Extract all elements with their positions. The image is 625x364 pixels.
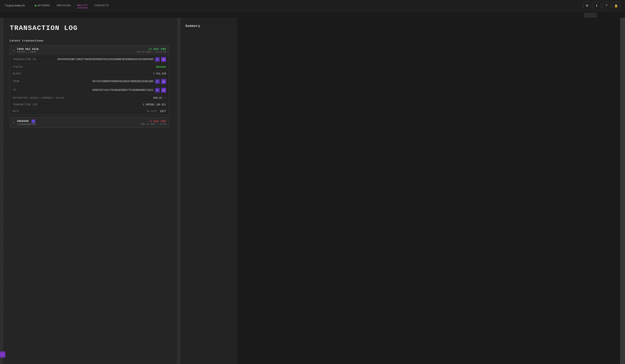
detail-row-fee: TRANSACTION FEE 1 SMIDGE ($0.03) xyxy=(13,101,166,108)
detail-row-estimated: ESTIMATED LEGACY CURRNECY VALUE $30.03 ▾ xyxy=(13,95,166,101)
fee-label: TRANSACTION FEE xyxy=(13,103,57,106)
transaction-sender-addr: 0X17AF....8AE0 xyxy=(17,51,134,53)
right-border-decoration xyxy=(177,18,180,364)
status-value: SUCCESS xyxy=(57,66,166,68)
transaction-header[interactable]: › FROM MAX PAIN 0X17AF....8AE0 +3.002 SM… xyxy=(10,46,169,55)
detail-row-note: NOTE NO NOTE EDIT xyxy=(13,108,166,115)
transaction-detail: TRANSACTION ID 0XF9455615BC710ED778A3E03… xyxy=(10,55,169,115)
section-subtitle: Latest transactions xyxy=(10,39,169,42)
copy-from-icon[interactable]: ⎘ xyxy=(155,79,159,84)
transaction-from: FROM MAX PAIN 0X17AF....8AE0 xyxy=(17,48,134,53)
collapse-panel-button[interactable]: ‹ xyxy=(0,351,5,358)
expand-arrow-icon: › xyxy=(13,49,15,52)
from-value: 0X71FF23DB987D9985F032A92F30D82DE1CEAE1D… xyxy=(57,79,166,84)
pixel-decoration xyxy=(584,13,597,17)
nav-network[interactable]: NETWORK xyxy=(35,3,50,8)
left-border-decoration xyxy=(0,18,3,364)
transaction-panel: TRANSACTION LOG -- Latest transactions ›… xyxy=(3,18,177,364)
note-text: NO NOTE xyxy=(147,110,157,113)
transaction-item-2: ‹ UNKNOWN 👤 172348ASDF7293 -3.002 SMC AP… xyxy=(10,117,169,128)
app-logo: ⌥spacemesh xyxy=(5,4,25,7)
to-label: TO xyxy=(13,89,57,91)
copy-to-icon[interactable]: ⎘ xyxy=(155,88,159,92)
transaction-amount: +3.002 SMH xyxy=(137,48,166,51)
stack-to-icon[interactable]: ⊞ xyxy=(161,88,166,93)
nav-wallet[interactable]: WALLET xyxy=(77,3,88,8)
far-right-decoration xyxy=(620,18,625,364)
nav-icon-group: ⚙ ℹ ? 🔒 xyxy=(583,2,620,10)
to-value: 0X8E233741C175F8A1B3CBD477C20CDB4D0A721E… xyxy=(57,88,166,93)
summary-title: Summary xyxy=(185,24,232,28)
transaction-date: APR 13 2021 – 12:51 PM xyxy=(137,51,166,53)
page-title: TRANSACTION LOG xyxy=(10,24,169,32)
transaction-sender-name: FROM MAX PAIN xyxy=(17,48,134,51)
transaction-item: › FROM MAX PAIN 0X17AF....8AE0 +3.002 SM… xyxy=(10,46,169,115)
status-label: STATUS xyxy=(13,66,57,68)
summary-separator: -- xyxy=(185,30,232,33)
info-button[interactable]: ℹ xyxy=(593,2,601,10)
transaction-sender-name-2: UNKNOWN 👤 xyxy=(17,120,138,123)
txid-value: 0XF9455615BC710ED778A3E030389D5F95324CA3… xyxy=(57,57,166,62)
panel-wrapper: TRANSACTION LOG -- Latest transactions ›… xyxy=(0,18,620,364)
dropdown-arrow-icon[interactable]: ▾ xyxy=(165,96,166,99)
unknown-contact-badge: 👤 xyxy=(31,120,35,123)
stack-txid-icon[interactable]: ⊞ xyxy=(161,57,166,62)
estimated-label: ESTIMATED LEGACY CURRNECY VALUE xyxy=(13,97,64,99)
block-label: BLOCK xyxy=(13,72,57,75)
note-label: NOTE xyxy=(13,110,57,113)
navbar: ⌥spacemesh NETWORK SMESHING WALLET CONTA… xyxy=(0,0,625,11)
fee-value: 1 SMIDGE ($0.03) xyxy=(57,103,166,106)
transaction-amount-date: +3.002 SMH APR 13 2021 – 12:51 PM xyxy=(137,48,166,53)
stack-from-icon[interactable]: ⊞ xyxy=(161,79,166,84)
detail-row-status: STATUS SUCCESS xyxy=(13,64,166,71)
edit-note-link[interactable]: EDIT xyxy=(160,110,166,113)
transaction-amount-date-2: -3.002 SMC APR 13 2017 – 12:51 xyxy=(141,120,166,125)
copy-txid-icon[interactable]: ⎘ xyxy=(155,57,159,62)
transaction-header-2[interactable]: ‹ UNKNOWN 👤 172348ASDF7293 -3.002 SMC AP… xyxy=(10,118,169,128)
nav-smeshing[interactable]: SMESHING xyxy=(57,3,71,8)
summary-panel: Summary -- xyxy=(180,18,237,364)
transaction-sender-addr-2: 172348ASDF7293 xyxy=(17,123,138,125)
transaction-from-2: UNKNOWN 👤 172348ASDF7293 xyxy=(17,120,138,125)
lock-button[interactable]: 🔒 xyxy=(612,2,620,10)
transaction-date-2: APR 13 2017 – 12:51 xyxy=(141,123,166,125)
title-separator: -- xyxy=(10,33,169,37)
nav-links: NETWORK SMESHING WALLET CONTACTS xyxy=(35,3,583,8)
network-status-dot xyxy=(35,5,36,6)
transaction-amount-2: -3.002 SMC xyxy=(141,120,166,123)
detail-row-to: TO 0X8E233741C175F8A1B3CBD477C20CDB4D0A7… xyxy=(13,86,166,95)
from-label: FROM xyxy=(13,80,57,83)
settings-button[interactable]: ⚙ xyxy=(583,2,591,10)
estimated-value: $30.03 ▾ xyxy=(64,96,166,99)
txid-label: TRANSACTION ID xyxy=(13,58,57,61)
help-button[interactable]: ? xyxy=(602,2,610,10)
note-value: NO NOTE EDIT xyxy=(57,110,166,113)
detail-row-txid: TRANSACTION ID 0XF9455615BC710ED778A3E03… xyxy=(13,55,166,64)
main-area: TRANSACTION LOG -- Latest transactions ›… xyxy=(0,11,625,364)
block-value: 7,701,538 xyxy=(57,72,166,75)
collapse-arrow-icon: ‹ xyxy=(13,121,15,124)
detail-row-from: FROM 0X71FF23DB987D9985F032A92F30D82DE1C… xyxy=(13,77,166,86)
nav-contacts[interactable]: CONTACTS xyxy=(94,3,109,8)
detail-row-block: BLOCK 7,701,538 xyxy=(13,71,166,77)
